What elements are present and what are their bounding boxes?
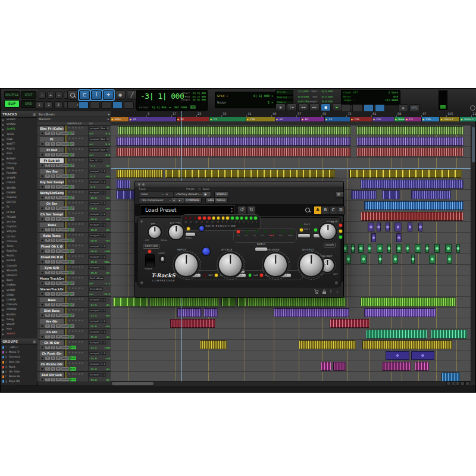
audio-clip[interactable] [361,212,464,221]
track-row[interactable]: Mono TrackDrums●TSMwaveoffMonTrkDrmsvol-… [37,275,111,286]
send-slot[interactable] [68,175,71,177]
insert-slot[interactable] [82,234,83,236]
audio-clip[interactable] [366,330,427,339]
ratio-led[interactable] [255,230,258,233]
send-slot[interactable] [68,196,71,199]
audio-clip[interactable] [116,180,130,189]
inserts-cell[interactable] [67,211,89,221]
output-path[interactable]: 1-2 [101,170,106,173]
insert-slot[interactable] [79,137,80,139]
audio-clip[interactable] [415,362,429,371]
pan-value[interactable]: <0> [105,303,110,306]
nudge-value[interactable]: 1 [268,101,270,104]
audio-clip[interactable] [429,255,436,264]
insert-slot[interactable] [79,127,80,129]
insert-slot[interactable] [72,373,74,375]
audio-clip[interactable] [165,170,335,178]
marker-outro-1[interactable]: Outro 1 [440,117,460,121]
track-row[interactable]: StereoTrackDrms●TSMwaveoffSteroDrmsvol-1… [37,286,111,297]
audio-clip[interactable] [362,340,452,349]
pan-value[interactable]: <0> [105,368,110,371]
track-row[interactable]: Toms●TSMwaveoffnoinput1-2-10.0<0> [37,222,111,233]
insert-slot[interactable] [82,159,83,161]
track-name[interactable]: Ch Snr [40,201,64,206]
input-path[interactable]: noinput [89,191,100,195]
input-path[interactable]: noinput [89,298,100,302]
stop-button[interactable]: ■ [321,104,331,111]
clip-lane[interactable] [111,308,472,318]
plugin-track-selector[interactable]: Toms [139,192,165,198]
track-row[interactable]: Dist Bass●TSMwaveoffnoinput1-2-11.5<0> [37,308,111,318]
pan-value[interactable]: <0> [105,239,110,242]
solo-button[interactable]: S [51,239,55,242]
track-list-item[interactable]: GldWR [1,190,37,195]
insert-slot[interactable] [68,341,70,343]
track-name[interactable]: Cym O/D [40,265,64,270]
input-button[interactable]: T [45,271,50,274]
inserts-cell[interactable] [67,147,89,157]
volume-value[interactable]: -15.0 [89,357,97,360]
input-path[interactable]: noinput [89,373,100,377]
track-row[interactable]: End Gtr Lick●TSMwavereadnoinput1-2-15.0<… [37,372,111,381]
insert-slot[interactable] [72,309,74,311]
track-name[interactable]: Ch Snr Sampl [40,212,64,217]
audio-clip[interactable] [447,255,452,264]
audio-clip[interactable] [200,340,226,349]
track-row[interactable]: Elec Ft (Colin)●TSMwaveoffnoinputBus 9vo… [37,126,111,136]
mute-button[interactable]: M [56,228,61,231]
solo-button[interactable]: S [51,174,55,178]
session-value[interactable]: 117.0000 [385,99,398,103]
solo-button[interactable]: S [51,260,55,264]
sel2-value[interactable]: -3| 1| 000 [318,90,333,95]
solo-button[interactable]: S [51,303,55,306]
insert-slot[interactable] [79,180,80,182]
input-button[interactable]: T [45,164,50,167]
send-slot[interactable] [68,325,71,327]
inserts-cell[interactable] [67,190,89,200]
output-path[interactable]: 1-2 [101,373,106,377]
track-name[interactable]: Vrs Snr [40,169,64,174]
insert-slot[interactable] [82,202,83,203]
insert-slot[interactable] [82,212,83,214]
send-slot[interactable] [68,228,71,231]
insert-slot[interactable] [82,266,83,268]
record-arm-button[interactable]: ● [40,228,45,231]
input-button[interactable]: T [45,292,50,296]
insert-slot[interactable] [68,277,70,278]
insert-slot[interactable] [75,191,77,193]
marker-c3[interactable]: C3 [405,117,422,121]
input-button[interactable]: T [45,228,50,231]
tone-knob[interactable] [320,224,336,239]
insert-slot[interactable] [79,373,80,375]
insert-slot[interactable] [72,212,74,214]
io-cell[interactable]: noinput1-2-4.5<0> [89,168,111,178]
record-arm-button[interactable]: ● [40,206,45,210]
insert-slot[interactable] [82,127,83,129]
markers-name-cell[interactable]: Markers + [37,117,111,121]
audio-clip[interactable] [377,244,383,253]
solo-button[interactable]: S [51,356,55,360]
pan-value[interactable]: 0.0 [105,143,110,146]
edit-mode-shuffle[interactable]: SHUFFLE [4,91,20,99]
mute-button[interactable]: M [56,185,61,189]
pan-value[interactable]: <0> [105,175,110,178]
volume-value[interactable]: -15.0 [89,325,97,328]
pre-post-roll-panel[interactable]: Pre-roll1| 1| 001Start-3| 1| 000Post-rol… [275,90,333,103]
bypass-button[interactable]: BYPASS [214,192,229,198]
io-cell[interactable]: noinput1-2-10.0<0> [89,211,111,221]
insert-slot[interactable] [75,373,77,375]
record-arm-button[interactable]: ● [40,324,45,328]
input-button[interactable]: T [45,153,50,156]
insert-slot[interactable] [75,341,77,343]
help-icon[interactable]: ? [330,290,332,295]
track-row[interactable]: VerbySnrSampl●TSMwaveoffnoinput1-2-10.0<… [37,190,111,201]
record-arm-button[interactable]: ● [40,367,45,371]
return-to-zero-button[interactable]: |◄ [287,104,297,111]
input-button[interactable]: T [45,356,50,360]
send-slot[interactable] [68,154,71,156]
group-list-item[interactable]: cPerc (Pe [1,360,37,365]
track-name[interactable]: StereoTrackDrms [40,287,64,292]
input-path[interactable]: noinput [89,255,100,259]
insert-slot[interactable] [72,127,74,129]
preset-slot-C[interactable]: C [329,206,337,215]
